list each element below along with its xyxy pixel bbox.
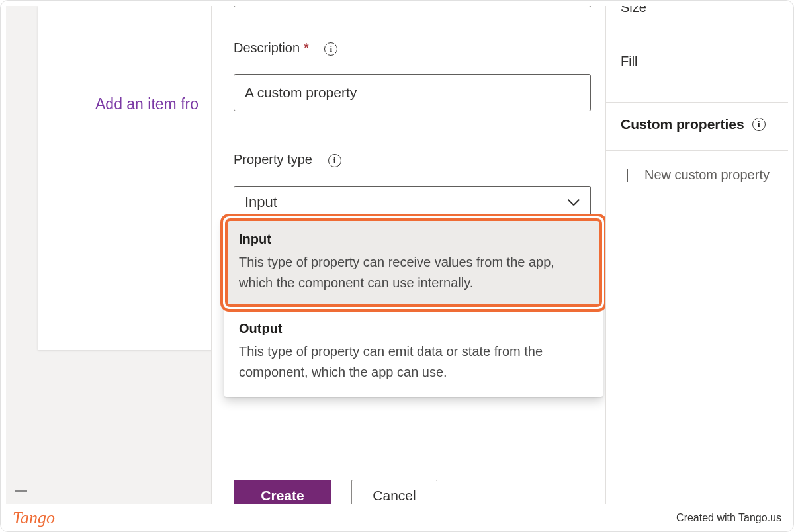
info-icon[interactable] bbox=[328, 154, 341, 167]
property-type-dropdown[interactable]: Input bbox=[234, 186, 591, 218]
property-type-label: Property type bbox=[234, 152, 341, 167]
required-indicator: * bbox=[304, 40, 309, 55]
property-type-dropdown-list: Input This type of property can receive … bbox=[224, 218, 603, 397]
info-icon[interactable] bbox=[752, 118, 766, 131]
fill-property-row[interactable]: Fill bbox=[606, 54, 638, 69]
divider bbox=[606, 150, 788, 151]
info-icon[interactable] bbox=[324, 42, 337, 56]
option-title: Input bbox=[239, 232, 588, 247]
collapsed-panel-indicator bbox=[15, 490, 27, 492]
new-custom-property-label: New custom property bbox=[644, 167, 770, 183]
size-property-row[interactable]: Size bbox=[606, 6, 646, 15]
dropdown-option-output[interactable]: Output This type of property can emit da… bbox=[224, 308, 603, 397]
dropdown-option-input[interactable]: Input This type of property can receive … bbox=[224, 218, 603, 308]
option-description: This type of property can emit data or s… bbox=[239, 341, 588, 382]
plus-icon bbox=[621, 169, 634, 182]
new-custom-property-button[interactable]: New custom property bbox=[621, 167, 770, 183]
tango-attribution: Created with Tango.us bbox=[676, 512, 781, 524]
tango-logo: Tango bbox=[13, 508, 55, 528]
property-form-panel: Description* Property type Input Input T… bbox=[211, 6, 605, 522]
option-title: Output bbox=[239, 321, 588, 336]
canvas-placeholder-text: Add an item fro bbox=[95, 95, 198, 113]
property-type-selected-value: Input bbox=[245, 194, 277, 211]
divider bbox=[606, 102, 788, 103]
description-input[interactable] bbox=[234, 74, 591, 111]
description-label: Description* bbox=[234, 40, 337, 56]
custom-properties-heading: Custom properties bbox=[621, 116, 766, 132]
option-description: This type of property can receive values… bbox=[239, 252, 588, 293]
properties-panel: Size Fill Custom properties New custom p… bbox=[605, 6, 788, 526]
chevron-down-icon bbox=[568, 199, 580, 206]
previous-input-partial[interactable] bbox=[234, 6, 591, 7]
tango-footer: Tango Created with Tango.us bbox=[1, 504, 793, 531]
canvas-area bbox=[38, 6, 213, 350]
